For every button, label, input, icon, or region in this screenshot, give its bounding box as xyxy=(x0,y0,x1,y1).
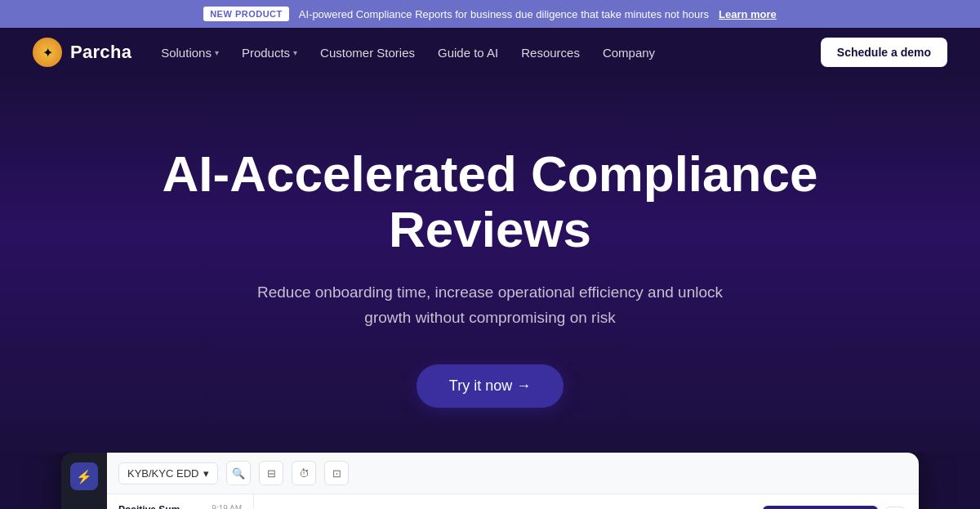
navbar: ✦ Parcha Solutions ▾ Products ▾ Customer… xyxy=(0,28,980,77)
schedule-demo-button[interactable]: Schedule a demo xyxy=(821,38,947,67)
nav-guide-to-ai[interactable]: Guide to AI xyxy=(438,46,498,60)
sidebar-chart-icon[interactable]: ▦ xyxy=(70,503,98,509)
kyc-select[interactable]: KYB/KYC EDD ▾ xyxy=(118,462,218,484)
hero-subtitle: Reduce onboarding time, increase operati… xyxy=(253,280,727,330)
chevron-down-icon: ▾ xyxy=(293,48,297,57)
dashboard-main: KYB/KYC EDD ▾ 🔍 ⊟ ⏱ ⊡ Positive Sum 9:19 … xyxy=(107,453,919,509)
nav-products[interactable]: Products ▾ xyxy=(242,46,297,60)
chevron-down-icon: ▾ xyxy=(215,48,219,57)
chevron-down-icon: ▾ xyxy=(203,467,209,480)
dashboard-preview: ⚡ ▦ ☑ KYB/KYC EDD ▾ 🔍 ⊟ ⏱ ⊡ xyxy=(0,453,980,509)
nav-links: Solutions ▾ Products ▾ Customer Stories … xyxy=(161,46,655,60)
export-button[interactable]: ⊡ xyxy=(324,461,349,485)
hero-section: AI-Accelerated Compliance Reviews Reduce… xyxy=(0,77,980,453)
dashboard-topbar: KYB/KYC EDD ▾ 🔍 ⊟ ⏱ ⊡ xyxy=(107,453,919,494)
detail-header: Anzavista Inc. Review 2 alerts • Complet… xyxy=(254,494,919,509)
dashboard-card: ⚡ ▦ ☑ KYB/KYC EDD ▾ 🔍 ⊟ ⏱ ⊡ xyxy=(61,453,919,509)
more-options-button[interactable]: ··· xyxy=(884,507,906,510)
case-item-positive-sum[interactable]: Positive Sum 9:19 AM Queued xyxy=(107,494,253,509)
nav-customer-stories[interactable]: Customer Stories xyxy=(320,46,415,60)
top-banner: NEW PRODUCT AI-powered Compliance Report… xyxy=(0,0,980,28)
case-list: Positive Sum 9:19 AM Queued Growth Block… xyxy=(107,494,254,509)
banner-tag: NEW PRODUCT xyxy=(203,7,289,21)
case-time: 9:19 AM xyxy=(212,504,242,509)
nav-solutions[interactable]: Solutions ▾ xyxy=(161,46,219,60)
clock-button[interactable]: ⏱ xyxy=(292,461,316,485)
nav-company[interactable]: Company xyxy=(603,46,655,60)
learn-more-link[interactable]: Learn more xyxy=(719,8,777,20)
banner-text: AI-powered Compliance Reports for busine… xyxy=(299,8,709,20)
generate-followup-button[interactable]: ✦ Generate Follow-up xyxy=(763,506,878,509)
try-it-now-button[interactable]: Try it now → xyxy=(416,364,564,408)
filter-button[interactable]: ⊟ xyxy=(259,461,283,485)
hero-title: AI-Accelerated Compliance Reviews xyxy=(122,146,858,257)
dashboard-sidebar: ⚡ ▦ ☑ xyxy=(61,453,107,509)
search-button[interactable]: 🔍 xyxy=(226,461,251,485)
nav-resources[interactable]: Resources xyxy=(521,46,580,60)
dashboard-content-row: Positive Sum 9:19 AM Queued Growth Block… xyxy=(107,494,919,509)
detail-panel: Anzavista Inc. Review 2 alerts • Complet… xyxy=(254,494,919,509)
logo[interactable]: ✦ Parcha xyxy=(33,38,131,67)
detail-actions: ✦ Generate Follow-up ··· xyxy=(763,506,906,509)
case-name: Positive Sum xyxy=(118,504,180,509)
logo-text: Parcha xyxy=(70,42,131,63)
logo-icon: ✦ xyxy=(33,38,62,67)
sidebar-lightning-icon[interactable]: ⚡ xyxy=(70,462,98,490)
